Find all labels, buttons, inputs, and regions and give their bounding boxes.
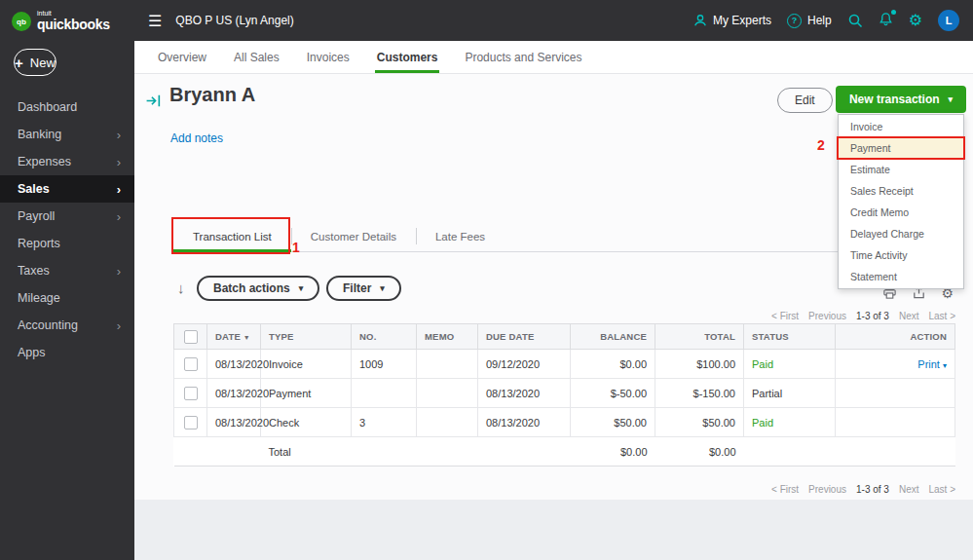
tab-customer-details[interactable]: Customer Details <box>291 220 416 252</box>
collapse-panel-icon[interactable] <box>145 93 162 113</box>
chevron-right-icon: › <box>117 129 121 141</box>
new-button[interactable]: + New <box>14 49 56 76</box>
col-date[interactable]: DATE ▼ <box>207 324 261 350</box>
pagination-range: 1-3 of 3 <box>856 484 889 495</box>
chevron-right-icon: › <box>117 319 121 332</box>
menu-item-statement[interactable]: Statement <box>839 266 963 287</box>
settings-gear-icon[interactable]: ⚙ <box>909 13 922 28</box>
sidebar-item-accounting[interactable]: Accounting› <box>0 312 134 339</box>
main-content: Bryann A Add notes Edit New transaction … <box>134 74 973 560</box>
menu-item-sales-receipt[interactable]: Sales Receipt <box>839 180 963 202</box>
sidebar-item-payroll[interactable]: Payroll› <box>0 203 134 230</box>
sidebar-item-expenses[interactable]: Expenses› <box>0 148 134 175</box>
tab-invoices[interactable]: Invoices <box>305 41 352 73</box>
select-all-checkbox[interactable] <box>184 330 198 344</box>
edit-button[interactable]: Edit <box>777 88 833 113</box>
new-transaction-button[interactable]: New transaction ▾ <box>836 86 966 113</box>
status-badge: Paid <box>744 408 836 437</box>
quickbooks-logo: qb intuit quickbooks <box>0 0 134 41</box>
pagination-bottom: < First Previous 1-3 of 3 Next Last > <box>771 484 955 495</box>
filter-button[interactable]: Filter ▾ <box>326 276 401 301</box>
row-checkbox[interactable] <box>184 357 198 371</box>
pagination-previous[interactable]: Previous <box>808 311 846 321</box>
row-checkbox[interactable] <box>184 416 198 429</box>
pagination-previous[interactable]: Previous <box>808 484 846 495</box>
sort-icon[interactable]: ↓ <box>177 280 185 296</box>
sidebar-item-reports[interactable]: Reports <box>0 230 134 257</box>
chevron-right-icon: › <box>117 156 121 168</box>
search-icon[interactable] <box>847 13 863 28</box>
menu-item-payment[interactable]: Payment <box>839 137 963 159</box>
row-checkbox[interactable] <box>184 387 198 400</box>
chevron-right-icon: › <box>117 210 121 223</box>
help-button[interactable]: ? Help <box>787 14 832 28</box>
intuit-label: intuit <box>37 10 110 17</box>
col-due-date: DUE DATE <box>478 324 571 350</box>
sidebar-item-mileage[interactable]: Mileage <box>0 284 134 312</box>
pagination-last[interactable]: Last > <box>928 311 955 321</box>
table-row[interactable]: 08/13/2020 Payment 08/13/2020 $-50.00 $-… <box>174 379 955 408</box>
notifications-bell-icon[interactable] <box>879 12 893 30</box>
total-balance: $0.00 <box>571 437 655 467</box>
annotation-label-1: 1 <box>292 240 300 255</box>
sales-subnav: Overview All Sales Invoices Customers Pr… <box>134 41 973 74</box>
hamburger-menu-icon[interactable]: ☰ <box>148 12 162 30</box>
col-action: ACTION <box>836 324 955 350</box>
quickbooks-label: quickbooks <box>37 17 110 32</box>
sidebar-item-dashboard[interactable]: Dashboard <box>0 93 134 121</box>
col-balance: BALANCE <box>571 324 655 350</box>
tab-late-fees[interactable]: Late Fees <box>416 220 505 252</box>
table-row[interactable]: 08/13/2020 Invoice 1009 09/12/2020 $0.00… <box>174 350 955 379</box>
pagination-next[interactable]: Next <box>899 484 919 495</box>
pagination-first[interactable]: < First <box>771 311 799 321</box>
chevron-right-icon: › <box>117 265 121 278</box>
col-no: NO. <box>352 324 417 350</box>
avatar[interactable]: L <box>938 10 959 31</box>
total-label: Total <box>261 437 352 467</box>
sidebar-item-apps[interactable]: Apps <box>0 339 134 366</box>
detail-tabs: Transaction List Customer Details Late F… <box>173 220 505 252</box>
notification-dot <box>891 10 896 15</box>
annotation-label-2: 2 <box>817 137 825 153</box>
col-memo: MEMO <box>417 324 478 350</box>
plus-icon: + <box>15 55 23 71</box>
person-icon <box>693 14 707 27</box>
company-name: QBO P US (Lyn Angel) <box>175 14 293 27</box>
add-notes-link[interactable]: Add notes <box>170 131 223 145</box>
col-total: TOTAL <box>655 324 744 350</box>
table-header-row: DATE ▼ TYPE NO. MEMO DUE DATE BALANCE TO… <box>174 324 955 350</box>
tab-customers[interactable]: Customers <box>375 41 440 73</box>
print-action-button[interactable]: Print ▾ <box>917 358 947 370</box>
total-amount: $0.00 <box>655 437 744 467</box>
tab-transaction-list[interactable]: Transaction List <box>173 220 291 252</box>
sidebar: qb intuit quickbooks + New Dashboard Ban… <box>0 0 134 560</box>
menu-item-delayed-charge[interactable]: Delayed Charge <box>839 223 963 244</box>
menu-item-invoice[interactable]: Invoice <box>839 116 963 137</box>
sidebar-item-sales[interactable]: Sales› <box>0 175 134 203</box>
tab-overview[interactable]: Overview <box>156 41 208 73</box>
pagination-last[interactable]: Last > <box>928 484 955 495</box>
pagination-first[interactable]: < First <box>771 484 799 495</box>
pagination-top: < First Previous 1-3 of 3 Next Last > <box>771 311 955 321</box>
pagination-range: 1-3 of 3 <box>856 311 889 321</box>
menu-item-estimate[interactable]: Estimate <box>839 159 963 180</box>
menu-item-time-activity[interactable]: Time Activity <box>839 244 963 266</box>
table-row[interactable]: 08/13/2020 Check 3 08/13/2020 $50.00 $50… <box>174 408 955 437</box>
batch-actions-button[interactable]: Batch actions ▾ <box>197 276 319 301</box>
new-transaction-menu: Invoice Payment Estimate Sales Receipt C… <box>838 114 964 289</box>
quickbooks-app: qb intuit quickbooks + New Dashboard Ban… <box>0 0 973 560</box>
my-experts-button[interactable]: My Experts <box>693 14 771 27</box>
menu-item-credit-memo[interactable]: Credit Memo <box>839 202 963 223</box>
caret-down-icon: ▾ <box>299 283 304 293</box>
transactions-table: DATE ▼ TYPE NO. MEMO DUE DATE BALANCE TO… <box>173 323 955 467</box>
table-total-row: Total $0.00 $0.00 <box>174 437 955 467</box>
col-type: TYPE <box>261 324 352 350</box>
sidebar-item-banking[interactable]: Banking› <box>0 121 134 148</box>
sidebar-item-taxes[interactable]: Taxes› <box>0 257 134 284</box>
sidebar-nav: Dashboard Banking› Expenses› Sales› Payr… <box>0 93 134 366</box>
tab-products-and-services[interactable]: Products and Services <box>463 41 583 73</box>
tab-all-sales[interactable]: All Sales <box>232 41 281 73</box>
caret-down-icon: ▾ <box>949 94 954 104</box>
pagination-next[interactable]: Next <box>899 311 919 321</box>
chevron-right-icon: › <box>117 183 121 196</box>
